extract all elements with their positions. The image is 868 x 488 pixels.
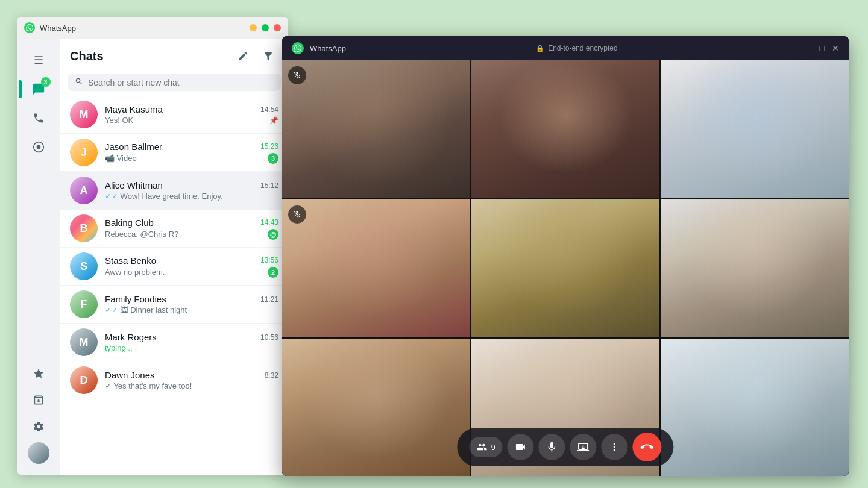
chats-badge: 3 (41, 77, 51, 87)
avatar-family: F (70, 290, 98, 318)
title-bar-title: WhatsApp (40, 23, 245, 33)
video-cell-7 (282, 339, 470, 476)
chat-name-stasa: Stasa Benko (105, 255, 156, 266)
video-maximize-button[interactable]: □ (820, 43, 825, 53)
video-cell-5 (471, 199, 659, 337)
chat-info-jason: Jason Ballmer 15:26 📹 Video 3 (105, 142, 278, 164)
screen-share-button[interactable] (570, 434, 597, 460)
avatar-jason: J (70, 139, 98, 166)
video-minimize-button[interactable]: – (808, 43, 813, 53)
chat-preview-baking: Rebecca: @Chris R? (105, 230, 178, 239)
title-bar: WhatsApp (17, 17, 288, 39)
mute-icon-1 (288, 66, 306, 84)
chat-name-alice: Alice Whitman (105, 180, 163, 190)
user-avatar[interactable] (27, 441, 51, 465)
chat-time-maya: 14:54 (260, 105, 278, 114)
video-app-icon (292, 42, 304, 54)
chat-name-jason: Jason Ballmer (105, 142, 162, 152)
video-cell-6 (661, 199, 849, 337)
video-title-bar: WhatsApp 🔒 End-to-end encrypted – □ ✕ (282, 36, 849, 60)
search-icon (75, 77, 83, 87)
video-grid (282, 60, 849, 476)
close-button[interactable] (274, 24, 281, 31)
chat-time-mark: 10:56 (260, 333, 278, 342)
chat-name-baking: Baking Club (105, 217, 154, 228)
chat-preview-alice: ✓✓ Wow! Have great time. Enjoy. (105, 192, 223, 201)
call-controls: 9 (457, 428, 673, 466)
avatar-maya: M (70, 101, 98, 128)
chat-name-dawn: Dawn Jones (105, 370, 155, 380)
chat-item-stasa[interactable]: S Stasa Benko 13:56 Aww no problem. 2 (60, 248, 288, 286)
video-call-window: WhatsApp 🔒 End-to-end encrypted – □ ✕ (282, 36, 849, 476)
sidebar-starred-icon[interactable] (27, 361, 51, 386)
chat-item-jason[interactable]: J Jason Ballmer 15:26 📹 Video 3 (60, 134, 288, 172)
video-title-text: WhatsApp (310, 44, 346, 53)
chat-item-alice[interactable]: A Alice Whitman 15:12 ✓✓ Wow! Have great… (60, 172, 288, 210)
sidebar-status-icon[interactable] (27, 135, 51, 159)
encryption-label: End-to-end encrypted (548, 44, 617, 52)
end-call-button[interactable] (633, 433, 662, 461)
chat-info-dawn: Dawn Jones 8:32 ✓ Yes that's my fave too… (105, 370, 278, 390)
chat-time-stasa: 13:56 (260, 256, 278, 264)
chat-preview-jason: 📹 Video (105, 154, 137, 163)
video-cell-1 (282, 60, 470, 198)
maximize-button[interactable] (262, 24, 269, 31)
avatar-mark: M (70, 328, 98, 356)
unread-badge-jason: 3 (268, 153, 278, 164)
sidebar-archived-icon[interactable] (27, 388, 51, 412)
sidebar-chats-icon[interactable]: 3 (27, 77, 51, 101)
chat-item-baking[interactable]: B Baking Club 14:43 Rebecca: @Chris R? @ (60, 210, 288, 248)
participants-count: 9 (491, 443, 495, 452)
header-icons (233, 46, 278, 66)
video-close-button[interactable]: ✕ (832, 43, 839, 53)
sidebar-calls-icon[interactable] (27, 106, 51, 130)
chat-item-family[interactable]: F Family Foodies 11:21 ✓✓ 🖼 Dinner last … (60, 286, 288, 324)
chats-header: Chats (60, 39, 288, 71)
chats-title: Chats (70, 49, 104, 63)
whatsapp-main-window: WhatsApp ☰ 3 (17, 17, 288, 475)
video-cell-3 (661, 60, 849, 198)
chat-info-family: Family Foodies 11:21 ✓✓ 🖼 Dinner last ni… (105, 294, 278, 314)
chat-time-dawn: 8:32 (265, 371, 278, 380)
video-cell-2 (471, 60, 659, 198)
chat-name-mark: Mark Rogers (105, 332, 157, 342)
sidebar-menu-icon[interactable]: ☰ (27, 48, 51, 72)
avatar-baking: B (70, 214, 98, 242)
video-title-controls: – □ ✕ (808, 43, 839, 53)
chat-item-mark[interactable]: M Mark Rogers 10:56 typing... (60, 324, 288, 361)
video-toggle-button[interactable] (508, 434, 534, 460)
mute-icon-4 (288, 205, 306, 224)
video-cell-9 (661, 339, 849, 476)
chat-info-alice: Alice Whitman 15:12 ✓✓ Wow! Have great t… (105, 180, 278, 201)
new-chat-button[interactable] (233, 46, 253, 66)
app-sidebar: ☰ 3 (17, 39, 60, 475)
video-cell-4 (282, 199, 470, 337)
sidebar-settings-icon[interactable] (27, 414, 51, 439)
app-icon (24, 22, 35, 33)
filter-button[interactable] (258, 46, 278, 66)
more-options-button[interactable] (602, 434, 628, 460)
main-content: ☰ 3 (17, 39, 288, 475)
avatar-dawn: D (70, 366, 98, 394)
title-bar-controls (250, 24, 281, 31)
chat-name-maya: Maya Kasuma (105, 104, 163, 114)
chat-item-maya[interactable]: M Maya Kasuma 14:54 Yes! OK 📌 (60, 96, 288, 134)
chat-item-dawn[interactable]: D Dawn Jones 8:32 ✓ Yes that's my fave t… (60, 361, 288, 399)
chat-preview-dawn: ✓ Yes that's my fave too! (105, 381, 192, 390)
sidebar-bottom (27, 359, 51, 468)
mic-toggle-button[interactable] (539, 434, 565, 460)
avatar-alice: A (70, 177, 98, 204)
minimize-button[interactable] (250, 24, 257, 31)
participants-button[interactable]: 9 (469, 437, 502, 457)
chat-preview-mark: typing... (105, 343, 133, 352)
chat-name-family: Family Foodies (105, 294, 166, 304)
chat-preview-maya: Yes! OK (105, 116, 133, 125)
svg-point-1 (36, 145, 40, 149)
chat-info-baking: Baking Club 14:43 Rebecca: @Chris R? @ (105, 217, 278, 240)
chat-time-alice: 15:12 (260, 181, 278, 190)
search-input[interactable] (88, 78, 274, 87)
chat-time-jason: 15:26 (260, 142, 278, 151)
chat-preview-stasa: Aww no problem. (105, 267, 165, 277)
chat-info-mark: Mark Rogers 10:56 typing... (105, 332, 278, 352)
unread-badge-baking: @ (268, 229, 278, 240)
